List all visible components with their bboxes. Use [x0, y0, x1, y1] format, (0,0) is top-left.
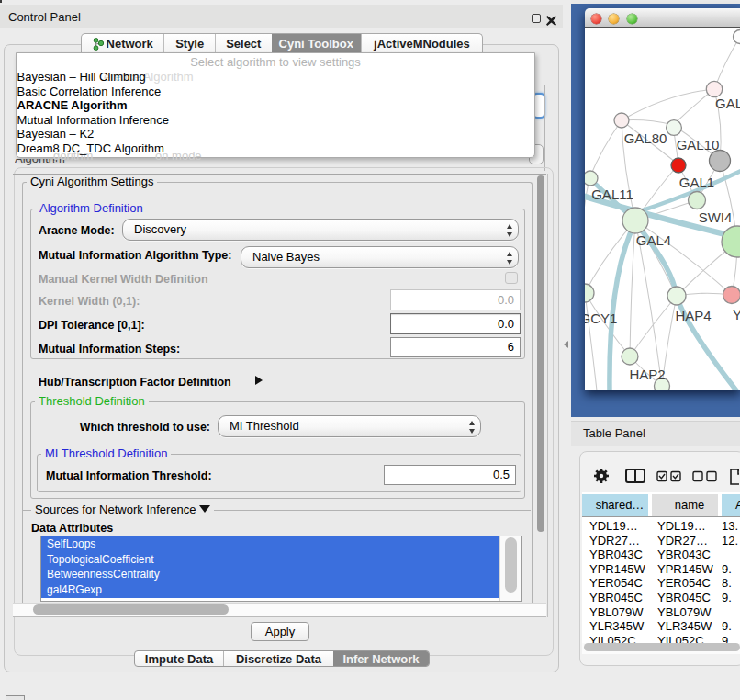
svg-text:GCY1: GCY1	[585, 310, 617, 326]
svg-text:GAL7: GAL7	[715, 96, 740, 111]
svg-text:GAL4: GAL4	[636, 232, 671, 248]
svg-text:GAL1: GAL1	[679, 175, 714, 190]
svg-text:HAP4: HAP4	[675, 308, 711, 323]
svg-text:GAL10: GAL10	[677, 137, 720, 152]
svg-text:GAL80: GAL80	[624, 130, 667, 146]
svg-text:SWI4: SWI4	[699, 209, 733, 225]
svg-text:YMR0: YMR0	[733, 307, 740, 322]
svg-text:HAP2: HAP2	[629, 367, 665, 382]
svg-text:GAL11: GAL11	[591, 186, 633, 202]
